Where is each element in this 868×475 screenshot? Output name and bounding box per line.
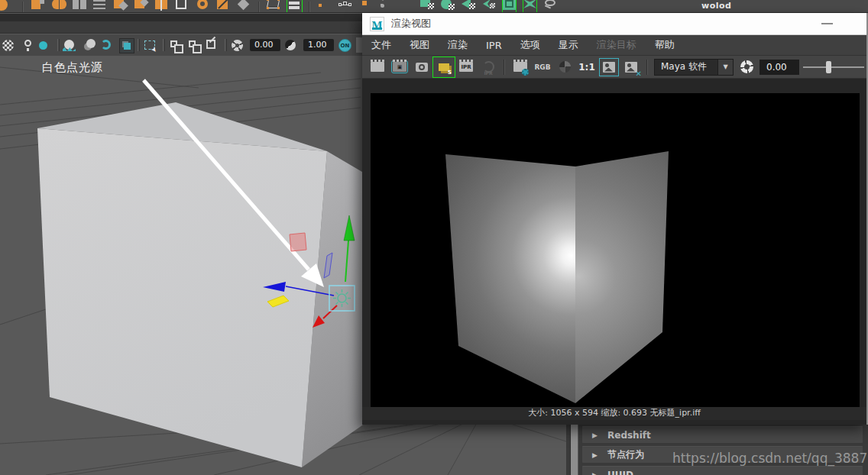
shaded-textured-icon[interactable] — [64, 38, 78, 52]
render-view-window: M 渲染视图 文件 视图 渲染 IPR 选项 显示 渲染目标 帮助 ▣ S IP… — [362, 13, 868, 425]
poly-cube-icon[interactable] — [31, 0, 44, 13]
color-management-on-badge[interactable]: ON — [338, 39, 351, 52]
bevel-cube-icon[interactable] — [114, 0, 127, 13]
alpha-channel-icon[interactable] — [555, 59, 574, 76]
combine-squares-icon[interactable] — [73, 0, 86, 13]
chevron-right-icon: ▶ — [592, 451, 607, 459]
exposure-slider[interactable] — [803, 60, 864, 75]
minimize-button[interactable] — [821, 23, 833, 24]
uv-rect-icon[interactable] — [420, 0, 433, 13]
chevron-right-icon: ▶ — [592, 471, 607, 475]
render-region-icon[interactable]: ▣ — [390, 59, 409, 76]
toolbar-separator — [504, 60, 505, 75]
ratio-1-1-icon[interactable]: 1:1 — [578, 59, 596, 76]
textured-toggle-icon[interactable] — [119, 38, 133, 52]
orange-swatch-icon[interactable] — [359, 0, 372, 13]
default-light-icon[interactable] — [39, 38, 53, 52]
rgb-channels-icon[interactable]: RGB — [533, 59, 552, 76]
menu-render[interactable]: 渲染 — [439, 38, 477, 52]
paint-brush-icon[interactable] — [380, 0, 393, 13]
chevron-right-icon: ▶ — [592, 431, 607, 439]
refresh-render-icon[interactable] — [737, 59, 756, 76]
light-annotation-label: 白色点光源 — [42, 60, 103, 75]
curve-points-icon[interactable] — [338, 0, 351, 13]
render-sequence-icon[interactable]: S — [435, 59, 453, 76]
snapshot-icon[interactable] — [413, 59, 431, 76]
attribute-editor-panel: ▶ Redshift ▶ 节点行为 ▶ UUID — [566, 425, 868, 475]
shelf-separator — [309, 2, 310, 12]
frame-selected-icon[interactable] — [188, 38, 202, 52]
uv-arrows-icon[interactable] — [523, 0, 536, 13]
lightbulb-icon[interactable] — [21, 38, 34, 52]
gray-diamond-icon[interactable] — [238, 0, 251, 13]
maya-logo-icon: M — [370, 17, 384, 31]
menu-file[interactable]: 文件 — [362, 38, 400, 52]
slider-handle[interactable] — [826, 61, 831, 73]
menu-display[interactable]: 显示 — [549, 38, 588, 52]
render-view-menubar: 文件 视图 渲染 IPR 选项 显示 渲染目标 帮助 — [362, 35, 866, 56]
chevron-down-icon[interactable]: ▼ — [717, 60, 733, 75]
menu-view[interactable]: 视图 — [400, 38, 439, 52]
uv-wave-icon[interactable] — [482, 0, 495, 13]
pencil-tool-icon[interactable] — [318, 0, 331, 13]
marquee-select-icon[interactable] — [144, 38, 158, 52]
attribute-scrollbar[interactable] — [570, 425, 578, 475]
uv-lasso-icon[interactable] — [544, 0, 557, 13]
render-icon[interactable] — [368, 59, 387, 76]
uv-grid-selected-icon[interactable] — [503, 0, 516, 13]
menu-options[interactable]: 选项 — [511, 38, 549, 52]
remove-image-icon[interactable]: ✕ — [622, 59, 640, 76]
menu-ipr[interactable]: IPR — [477, 40, 511, 51]
attr-section-redshift[interactable]: ▶ Redshift — [582, 426, 863, 443]
watermark-text: https://blog.csdn.net/qq_38870145 — [672, 451, 868, 466]
contrast-icon[interactable] — [285, 38, 299, 52]
toolbar-separator — [646, 60, 648, 75]
lattice-deform-icon[interactable] — [267, 0, 280, 13]
ipr-render-icon[interactable]: IPR — [457, 59, 475, 76]
curve-arc-icon[interactable] — [101, 38, 115, 52]
cube-object[interactable] — [37, 102, 397, 467]
plane-handle-red[interactable] — [290, 233, 306, 251]
attr-section-uuid[interactable]: ▶ UUID — [582, 466, 863, 475]
rendered-image[interactable] — [371, 93, 860, 407]
toolbar-separator — [163, 39, 165, 51]
ipr-refresh-icon: IPR — [479, 59, 497, 76]
renderer-dropdown[interactable]: Maya 软件 ▼ — [654, 59, 734, 76]
gamma-field[interactable]: 1.00 — [303, 39, 334, 51]
uv-triangle-icon[interactable] — [462, 0, 474, 13]
toolbar-separator — [57, 39, 60, 51]
vertex-grid-icon[interactable] — [93, 0, 106, 13]
mirror-cut-icon[interactable] — [217, 0, 230, 13]
material-spheres-icon[interactable] — [83, 38, 96, 52]
smooth-spheres-icon[interactable] — [52, 0, 65, 13]
toolbar-separator — [138, 39, 140, 51]
shelf-separator — [258, 2, 260, 12]
render-view-toolbar: ▣ S IPR IPR RGB 1:1 ✕ Maya 软件 ▼ 0.00 — [362, 56, 866, 79]
window-title: 渲染视图 — [391, 17, 431, 31]
grid-tool-selected-icon[interactable] — [288, 0, 301, 13]
extrude-cube-icon[interactable] — [134, 0, 147, 13]
uv-circle-icon[interactable] — [441, 0, 454, 13]
render-view-titlebar[interactable]: M 渲染视图 — [362, 13, 866, 35]
render-result — [371, 93, 860, 407]
shelf-bar: wolod — [0, 0, 868, 13]
exposure-field[interactable]: 0.00 — [250, 39, 280, 51]
render-exposure-field[interactable]: 0.00 — [760, 60, 799, 75]
orange-sphere-icon[interactable] — [2, 0, 15, 13]
target-weld-icon[interactable] — [196, 0, 209, 13]
keep-image-icon[interactable] — [600, 59, 618, 76]
edit-image-plane-icon[interactable] — [206, 38, 220, 52]
maya-application: 白色点光源 — [0, 0, 868, 475]
render-settings-icon[interactable] — [511, 59, 530, 76]
render-status-bar: 大小: 1056 x 594 缩放: 0.693 无标题_ipr.iff — [362, 407, 866, 420]
menu-help[interactable]: 帮助 — [646, 38, 684, 52]
shelf-separator — [22, 2, 24, 12]
toolbar-separator — [225, 39, 227, 51]
menu-render-target: 渲染目标 — [588, 38, 646, 52]
split-cube-icon[interactable] — [155, 0, 168, 13]
isolate-select-icon[interactable] — [170, 38, 183, 52]
checker-sphere-icon[interactable] — [2, 38, 16, 52]
outline-box-icon[interactable] — [176, 0, 189, 13]
exposure-icon[interactable] — [232, 38, 245, 52]
user-label: wolod — [701, 1, 731, 11]
